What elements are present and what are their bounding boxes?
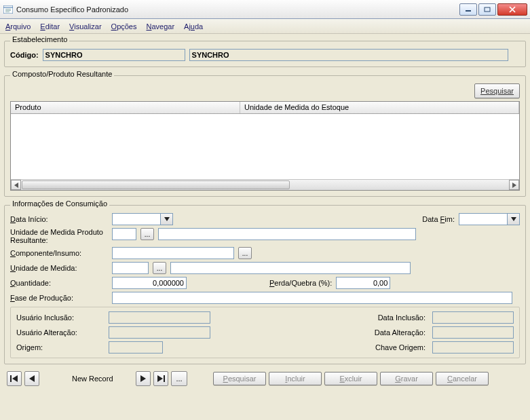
window-title: Consumo Especifico Padronizado [16, 5, 459, 14]
label-usuario-inclusao: Usuário Inclusão: [16, 313, 105, 322]
input-componente[interactable] [112, 247, 234, 259]
button-excluir[interactable]: Excluir [324, 372, 377, 385]
label-data-inicio: Data Início: [10, 215, 108, 223]
minimize-button[interactable] [459, 3, 477, 16]
menu-arquivo[interactable]: Arquivo [5, 22, 31, 31]
label-fase: Fase de Produção: [10, 294, 108, 302]
svg-rect-13 [10, 375, 12, 382]
svg-marker-9 [14, 183, 18, 188]
lookup-um[interactable]: ... [153, 262, 166, 274]
input-data-alteracao [432, 326, 514, 339]
nav-first[interactable] [7, 371, 22, 386]
svg-marker-11 [164, 217, 170, 221]
menu-navegar[interactable]: Navegar [146, 22, 174, 31]
navbar: New Record ... Pesquisar Incluir Excluir… [4, 368, 526, 386]
group-info: Informações de Consumição Data Início: D… [4, 201, 526, 364]
svg-marker-17 [157, 375, 163, 382]
svg-rect-6 [485, 7, 490, 12]
legend-info: Informações de Consumição [10, 199, 109, 208]
input-origem [109, 341, 163, 354]
scroll-thumb[interactable] [22, 180, 290, 189]
nav-more[interactable]: ... [171, 371, 187, 386]
legend-estabelecimento: Estabelecimento [10, 35, 69, 43]
button-cancelar[interactable]: Cancelar [436, 372, 489, 385]
label-data-alteracao: Data Alteração: [351, 328, 425, 337]
close-button[interactable] [497, 3, 527, 16]
input-usuario-inclusao [109, 311, 210, 324]
scroll-left-icon[interactable] [11, 180, 21, 190]
input-quantidade[interactable] [112, 277, 187, 289]
label-codigo: Código: [10, 51, 39, 59]
lookup-um-prod[interactable]: ... [140, 228, 154, 240]
label-usuario-alteracao: Usuário Alteração: [16, 328, 105, 337]
input-um-prod-cod[interactable] [112, 228, 136, 240]
grid-header: Produto Unidade de Medida do Estoque [11, 102, 519, 114]
input-data-fim[interactable] [459, 213, 508, 225]
label-data-fim: Data Fim: [422, 215, 455, 223]
col-unidade[interactable]: Unidade de Medida do Estoque [240, 102, 519, 113]
menu-opcoes[interactable]: Opções [111, 22, 137, 31]
svg-marker-15 [29, 375, 35, 382]
input-nome[interactable] [189, 49, 508, 61]
input-fase[interactable] [112, 292, 512, 304]
form-icon [3, 4, 14, 15]
nav-prev[interactable] [24, 371, 39, 386]
svg-marker-16 [140, 375, 146, 382]
sub-audit: Usuário Inclusão: Data Inclusão: Usuário… [10, 307, 520, 358]
grid-body [11, 114, 519, 179]
col-produto[interactable]: Produto [11, 102, 240, 113]
button-pesquisar-grid[interactable]: Pesquisar [474, 83, 520, 98]
grid-produtos[interactable]: Produto Unidade de Medida do Estoque [10, 101, 520, 191]
group-composto: Composto/Produto Resultante Pesquisar Pr… [4, 71, 526, 197]
legend-composto: Composto/Produto Resultante [10, 70, 114, 78]
titlebar: Consumo Especifico Padronizado [0, 0, 530, 19]
menu-visualizar[interactable]: Visualizar [69, 22, 102, 31]
label-data-inclusao: Data Inclusão: [351, 313, 425, 322]
svg-rect-18 [164, 375, 165, 382]
button-pesquisar[interactable]: Pesquisar [213, 372, 266, 385]
input-um-desc[interactable] [170, 262, 411, 274]
label-origem: Origem: [16, 343, 105, 351]
grid-hscroll[interactable] [11, 179, 519, 190]
input-data-inclusao [432, 311, 514, 324]
input-um-cod[interactable] [112, 262, 149, 274]
nav-next[interactable] [136, 371, 151, 386]
svg-marker-14 [12, 375, 18, 382]
label-um: Unidade de Medida: [10, 264, 108, 272]
label-componente: Componente/Insumo: [10, 249, 108, 257]
input-um-prod-desc[interactable] [158, 228, 416, 240]
input-perda[interactable] [336, 277, 390, 289]
svg-marker-10 [512, 183, 516, 188]
input-codigo[interactable] [43, 49, 185, 61]
button-gravar[interactable]: Gravar [380, 372, 433, 385]
menu-editar[interactable]: Editar [40, 22, 60, 31]
lookup-componente[interactable]: ... [238, 247, 252, 259]
label-quantidade: Quantidade: [10, 279, 108, 287]
dropdown-data-fim[interactable] [508, 213, 520, 225]
menubar: Arquivo Editar Visualizar Opções Navegar… [0, 19, 530, 34]
label-perda: Perda/Quebra (%): [269, 279, 332, 287]
dropdown-data-inicio[interactable] [161, 213, 173, 225]
label-chave-origem: Chave Origem: [351, 343, 425, 351]
label-um-prod: Unidade de Medida Produto Resultante: [10, 228, 108, 244]
menu-ajuda[interactable]: Ajuda [184, 22, 203, 31]
maximize-button[interactable] [478, 3, 496, 16]
scroll-right-icon[interactable] [509, 180, 519, 190]
record-status: New Record [72, 375, 133, 383]
input-usuario-alteracao [109, 326, 210, 339]
button-incluir[interactable]: Incluir [269, 372, 322, 385]
nav-last[interactable] [153, 371, 168, 386]
group-estabelecimento: Estabelecimento Código: [4, 37, 526, 67]
svg-marker-12 [511, 217, 516, 221]
input-data-inicio[interactable] [112, 213, 161, 225]
input-chave-origem [432, 341, 514, 354]
